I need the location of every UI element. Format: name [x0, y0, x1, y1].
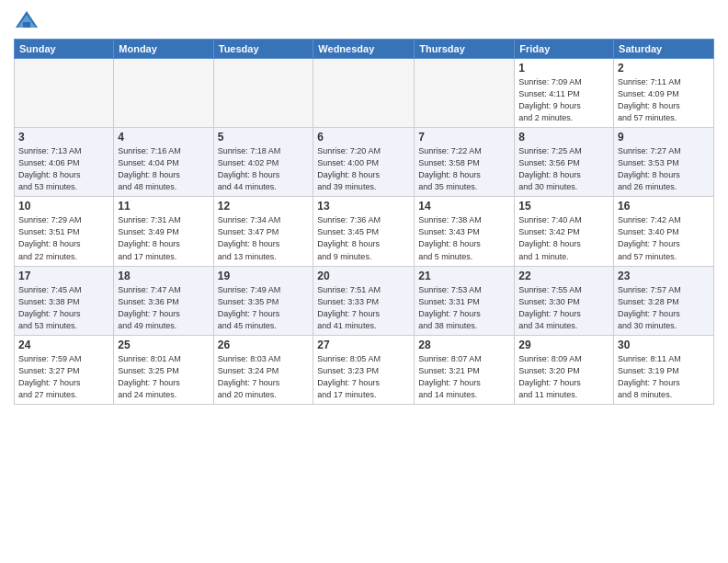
day-info: Sunrise: 7:40 AM Sunset: 3:42 PM Dayligh… — [518, 214, 609, 262]
day-info: Sunrise: 8:01 AM Sunset: 3:25 PM Dayligh… — [118, 353, 209, 401]
weekday-header: Saturday — [614, 40, 714, 59]
day-number: 24 — [18, 339, 109, 351]
day-info: Sunrise: 8:03 AM Sunset: 3:24 PM Dayligh… — [218, 353, 310, 401]
day-info: Sunrise: 7:36 AM Sunset: 3:45 PM Dayligh… — [317, 214, 410, 262]
day-info: Sunrise: 7:22 AM Sunset: 3:58 PM Dayligh… — [418, 145, 510, 193]
calendar-cell: 28Sunrise: 8:07 AM Sunset: 3:21 PM Dayli… — [415, 335, 515, 404]
calendar-cell: 4Sunrise: 7:16 AM Sunset: 4:04 PM Daylig… — [114, 128, 213, 197]
logo-icon — [14, 9, 40, 31]
calendar-cell: 12Sunrise: 7:34 AM Sunset: 3:47 PM Dayli… — [213, 197, 313, 266]
calendar-cell: 15Sunrise: 7:40 AM Sunset: 3:42 PM Dayli… — [515, 197, 614, 266]
day-info: Sunrise: 7:09 AM Sunset: 4:11 PM Dayligh… — [518, 76, 609, 124]
calendar-week-row: 17Sunrise: 7:45 AM Sunset: 3:38 PM Dayli… — [15, 266, 714, 335]
calendar-cell: 22Sunrise: 7:55 AM Sunset: 3:30 PM Dayli… — [515, 266, 614, 335]
day-info: Sunrise: 7:31 AM Sunset: 3:49 PM Dayligh… — [118, 214, 209, 262]
day-info: Sunrise: 7:47 AM Sunset: 3:36 PM Dayligh… — [118, 284, 209, 332]
day-number: 8 — [518, 131, 609, 144]
calendar-cell: 25Sunrise: 8:01 AM Sunset: 3:25 PM Dayli… — [114, 335, 213, 404]
day-number: 11 — [118, 200, 209, 213]
day-info: Sunrise: 8:07 AM Sunset: 3:21 PM Dayligh… — [418, 353, 510, 401]
day-number: 3 — [18, 131, 109, 144]
calendar-week-row: 1Sunrise: 7:09 AM Sunset: 4:11 PM Daylig… — [15, 59, 714, 128]
weekday-header: Sunday — [15, 40, 114, 59]
calendar-cell — [15, 59, 114, 128]
calendar-cell: 19Sunrise: 7:49 AM Sunset: 3:35 PM Dayli… — [213, 266, 313, 335]
weekday-header: Friday — [515, 40, 614, 59]
day-info: Sunrise: 7:51 AM Sunset: 3:33 PM Dayligh… — [317, 284, 410, 332]
day-number: 16 — [618, 200, 710, 213]
calendar-cell: 11Sunrise: 7:31 AM Sunset: 3:49 PM Dayli… — [114, 197, 213, 266]
calendar-cell: 16Sunrise: 7:42 AM Sunset: 3:40 PM Dayli… — [614, 197, 714, 266]
calendar-cell: 9Sunrise: 7:27 AM Sunset: 3:53 PM Daylig… — [614, 128, 714, 197]
calendar-cell: 3Sunrise: 7:13 AM Sunset: 4:06 PM Daylig… — [15, 128, 114, 197]
weekday-header: Wednesday — [313, 40, 415, 59]
calendar-cell — [415, 59, 515, 128]
day-number: 14 — [418, 200, 510, 213]
day-number: 18 — [118, 270, 209, 282]
calendar-cell: 17Sunrise: 7:45 AM Sunset: 3:38 PM Dayli… — [15, 266, 114, 335]
svg-rect-2 — [23, 22, 30, 28]
day-number: 25 — [118, 339, 209, 351]
day-number: 9 — [618, 131, 710, 144]
weekday-header: Monday — [114, 40, 213, 59]
calendar-cell: 18Sunrise: 7:47 AM Sunset: 3:36 PM Dayli… — [114, 266, 213, 335]
calendar-week-row: 10Sunrise: 7:29 AM Sunset: 3:51 PM Dayli… — [15, 197, 714, 266]
header — [14, 9, 714, 31]
day-info: Sunrise: 7:38 AM Sunset: 3:43 PM Dayligh… — [418, 214, 510, 262]
day-number: 4 — [118, 131, 209, 144]
day-number: 13 — [317, 200, 410, 213]
day-number: 1 — [518, 62, 609, 75]
calendar-cell: 7Sunrise: 7:22 AM Sunset: 3:58 PM Daylig… — [415, 128, 515, 197]
calendar-cell: 2Sunrise: 7:11 AM Sunset: 4:09 PM Daylig… — [614, 59, 714, 128]
calendar-cell: 27Sunrise: 8:05 AM Sunset: 3:23 PM Dayli… — [313, 335, 415, 404]
day-number: 23 — [618, 270, 710, 282]
day-number: 7 — [418, 131, 510, 144]
day-info: Sunrise: 7:16 AM Sunset: 4:04 PM Dayligh… — [118, 145, 209, 193]
day-info: Sunrise: 7:27 AM Sunset: 3:53 PM Dayligh… — [618, 145, 710, 193]
calendar-week-row: 3Sunrise: 7:13 AM Sunset: 4:06 PM Daylig… — [15, 128, 714, 197]
day-info: Sunrise: 8:05 AM Sunset: 3:23 PM Dayligh… — [317, 353, 410, 401]
calendar-cell: 5Sunrise: 7:18 AM Sunset: 4:02 PM Daylig… — [213, 128, 313, 197]
calendar-cell: 13Sunrise: 7:36 AM Sunset: 3:45 PM Dayli… — [313, 197, 415, 266]
calendar-cell: 10Sunrise: 7:29 AM Sunset: 3:51 PM Dayli… — [15, 197, 114, 266]
calendar-cell — [114, 59, 213, 128]
calendar-cell: 24Sunrise: 7:59 AM Sunset: 3:27 PM Dayli… — [15, 335, 114, 404]
day-info: Sunrise: 7:13 AM Sunset: 4:06 PM Dayligh… — [18, 145, 109, 193]
weekday-header: Tuesday — [213, 40, 313, 59]
day-info: Sunrise: 8:09 AM Sunset: 3:20 PM Dayligh… — [518, 353, 609, 401]
calendar-cell: 14Sunrise: 7:38 AM Sunset: 3:43 PM Dayli… — [415, 197, 515, 266]
day-number: 21 — [418, 270, 510, 282]
calendar-cell: 20Sunrise: 7:51 AM Sunset: 3:33 PM Dayli… — [313, 266, 415, 335]
day-number: 30 — [618, 339, 710, 351]
page: SundayMondayTuesdayWednesdayThursdayFrid… — [0, 0, 728, 563]
day-number: 29 — [518, 339, 609, 351]
calendar-cell: 26Sunrise: 8:03 AM Sunset: 3:24 PM Dayli… — [213, 335, 313, 404]
day-info: Sunrise: 7:20 AM Sunset: 4:00 PM Dayligh… — [317, 145, 410, 193]
weekday-header-row: SundayMondayTuesdayWednesdayThursdayFrid… — [15, 40, 714, 59]
calendar-cell: 29Sunrise: 8:09 AM Sunset: 3:20 PM Dayli… — [515, 335, 614, 404]
day-number: 10 — [18, 200, 109, 213]
day-number: 2 — [618, 62, 710, 75]
calendar-cell: 8Sunrise: 7:25 AM Sunset: 3:56 PM Daylig… — [515, 128, 614, 197]
day-number: 22 — [518, 270, 609, 282]
day-info: Sunrise: 7:49 AM Sunset: 3:35 PM Dayligh… — [218, 284, 310, 332]
day-info: Sunrise: 7:18 AM Sunset: 4:02 PM Dayligh… — [218, 145, 310, 193]
calendar-week-row: 24Sunrise: 7:59 AM Sunset: 3:27 PM Dayli… — [15, 335, 714, 404]
day-info: Sunrise: 7:11 AM Sunset: 4:09 PM Dayligh… — [618, 76, 710, 124]
day-number: 17 — [18, 270, 109, 282]
calendar-cell: 1Sunrise: 7:09 AM Sunset: 4:11 PM Daylig… — [515, 59, 614, 128]
calendar-cell — [213, 59, 313, 128]
day-number: 19 — [218, 270, 310, 282]
day-number: 28 — [418, 339, 510, 351]
calendar: SundayMondayTuesdayWednesdayThursdayFrid… — [14, 39, 714, 405]
day-number: 5 — [218, 131, 310, 144]
day-info: Sunrise: 7:57 AM Sunset: 3:28 PM Dayligh… — [618, 284, 710, 332]
day-info: Sunrise: 7:25 AM Sunset: 3:56 PM Dayligh… — [518, 145, 609, 193]
day-number: 26 — [218, 339, 310, 351]
day-number: 27 — [317, 339, 410, 351]
day-number: 12 — [218, 200, 310, 213]
day-number: 15 — [518, 200, 609, 213]
calendar-cell: 30Sunrise: 8:11 AM Sunset: 3:19 PM Dayli… — [614, 335, 714, 404]
day-number: 20 — [317, 270, 410, 282]
day-info: Sunrise: 7:42 AM Sunset: 3:40 PM Dayligh… — [618, 214, 710, 262]
